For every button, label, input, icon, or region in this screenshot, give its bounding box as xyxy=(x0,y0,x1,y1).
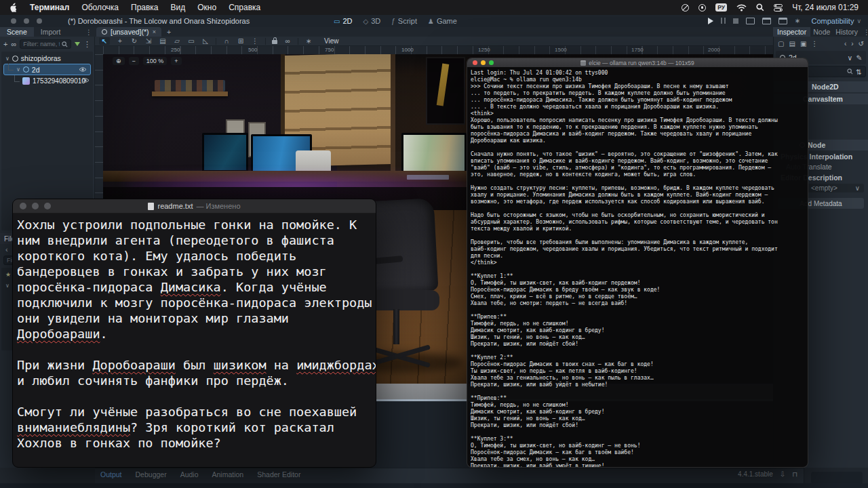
status-record-icon[interactable] xyxy=(698,4,706,12)
close-icon[interactable]: × xyxy=(153,28,156,35)
edit-node-icon[interactable]: ✎ xyxy=(856,54,862,62)
scene-tab-unsaved[interactable]: [unsaved](*) × xyxy=(96,27,161,37)
view-menu[interactable]: View xyxy=(324,37,339,45)
add-node-button[interactable]: + xyxy=(3,40,7,48)
remote-debug-icon[interactable] xyxy=(746,18,755,24)
list-select-button[interactable]: ▤ xyxy=(159,37,167,45)
tree-row-root[interactable]: ∨ shizopidoras xyxy=(1,53,93,64)
pivot-tool-button[interactable]: ▱ xyxy=(173,37,181,45)
save-resource-icon[interactable]: ▣ xyxy=(800,40,806,47)
lock-icon[interactable] xyxy=(272,40,277,44)
readme-title-bar[interactable]: readme.txt — Изменено xyxy=(13,199,376,214)
select-tool-button[interactable]: ↖ xyxy=(99,37,110,45)
control-center-icon[interactable] xyxy=(774,4,783,12)
tab-2d[interactable]: ▭2D xyxy=(334,17,353,25)
movie-maker-icon[interactable] xyxy=(778,18,787,24)
history-forward-icon[interactable]: › xyxy=(851,40,853,47)
menu-shell[interactable]: Оболочка xyxy=(81,3,119,12)
movie-writer-icon[interactable] xyxy=(762,18,771,24)
tree-row-sprite[interactable]: 17532940809010 xyxy=(1,75,93,86)
smart-snap-button[interactable]: ∩ xyxy=(222,37,231,45)
terminal-content-area[interactable]: Last login: Thu Jul 24 01:00:42 on ttys0… xyxy=(467,70,808,468)
ruler-tool-button[interactable]: ◺ xyxy=(201,37,210,45)
history-back-icon[interactable]: ‹ xyxy=(844,40,846,47)
spotlight-search-icon[interactable] xyxy=(756,3,764,12)
new-resource-icon[interactable]: ▢ xyxy=(778,40,784,47)
tab-scene[interactable]: Scene xyxy=(0,27,34,37)
pan-tool-button[interactable]: ▭ xyxy=(187,37,195,45)
terminal-text[interactable]: Last login: Thu Jul 24 01:00:42 on ttys0… xyxy=(471,70,808,468)
expand-panel-icon[interactable]: ⇩ xyxy=(780,470,785,478)
menu-window[interactable]: Окно xyxy=(197,3,216,12)
tab-shader-editor[interactable]: Shader Editor xyxy=(257,470,300,479)
macos-menu-bar: Терминал Оболочка Правка Вид Окно Справк… xyxy=(0,0,868,15)
tab-node[interactable]: Node xyxy=(810,27,833,37)
ruler-mark: 250 xyxy=(171,47,180,53)
eye-icon[interactable] xyxy=(81,77,90,83)
snap-options-icon[interactable]: ⋮ xyxy=(251,37,259,45)
rotate-tool-button[interactable]: ↻ xyxy=(130,37,138,45)
tab-debugger[interactable]: Debugger xyxy=(136,470,167,479)
tab-game[interactable]: ♟Game xyxy=(428,17,457,25)
load-resource-icon[interactable]: ▤ xyxy=(789,40,795,47)
scene-dock-menu-icon[interactable]: ⋮ xyxy=(83,40,91,49)
input-source-badge[interactable]: РУ xyxy=(715,3,727,12)
window-bottom-edge xyxy=(0,483,868,488)
add-scene-tab-button[interactable]: + xyxy=(161,27,176,37)
tab-audio[interactable]: Audio xyxy=(180,470,199,479)
tab-3d[interactable]: ◇3D xyxy=(363,17,381,25)
scale-tool-button[interactable]: ⇲ xyxy=(144,37,153,45)
collapse-icon[interactable]: ∨ xyxy=(16,66,20,73)
inspector-dock-tabs: Inspector Node History ⋮ xyxy=(773,27,868,37)
pin-panel-icon[interactable]: ⊓ xyxy=(792,470,797,478)
history-icon[interactable]: ↺ xyxy=(859,40,864,47)
resource-menu-icon[interactable]: ⋮ xyxy=(811,40,818,47)
play-button[interactable] xyxy=(708,18,713,24)
filter-funnel-icon[interactable] xyxy=(75,42,80,46)
godot-window-controls[interactable] xyxy=(11,18,42,24)
dock-menu-icon[interactable]: ⋮ xyxy=(83,27,95,37)
tab-output[interactable]: Output xyxy=(100,470,122,479)
nav-back-icon[interactable]: ‹ xyxy=(5,245,8,253)
menu-view[interactable]: Вид xyxy=(171,3,186,12)
dock-menu-icon[interactable]: ⋮ xyxy=(861,27,868,37)
readme-text-area[interactable]: Хохлы устроили подпольные гонки на помой… xyxy=(13,214,376,451)
collapse-icon[interactable]: ∨ xyxy=(5,56,9,62)
stop-button[interactable] xyxy=(733,18,738,24)
inspector-toolbar: ▢ ▤ ▣ ⋮ ‹ › ↺ xyxy=(774,37,868,50)
wifi-icon[interactable] xyxy=(736,4,747,12)
renderer-dropdown[interactable]: Compatibility∨ xyxy=(811,17,861,25)
eye-icon[interactable] xyxy=(79,66,87,73)
apple-logo-icon[interactable] xyxy=(9,3,18,12)
group-icon[interactable]: ∞ xyxy=(283,37,292,45)
instance-scene-icon[interactable]: ∞ xyxy=(11,40,16,48)
tab-inspector[interactable]: Inspector xyxy=(773,27,810,37)
terminal-window-controls[interactable] xyxy=(473,60,494,65)
tab-animation[interactable]: Animation xyxy=(212,470,244,479)
scene-filter-input[interactable]: Filter: name, t:t xyxy=(20,39,71,49)
menubar-clock[interactable]: Чт, 24 июля 01:29 xyxy=(792,3,859,12)
tab-script[interactable]: ƒScript xyxy=(391,17,417,25)
readme-text[interactable]: Хохлы устроили подпольные гонки на помой… xyxy=(17,217,376,451)
main-screen-switcher: ▭2D ◇3D ƒScript ♟Game xyxy=(334,16,457,26)
pause-button[interactable] xyxy=(721,18,726,24)
tree-row-2d[interactable]: ∨ 2d xyxy=(3,64,91,75)
tab-history[interactable]: History xyxy=(833,27,861,37)
zoom-out-button[interactable]: − xyxy=(129,57,139,65)
sort-icon[interactable]: ⇅ xyxy=(856,68,862,76)
menu-help[interactable]: Справка xyxy=(229,3,260,12)
run-settings-icon[interactable]: ∗ xyxy=(795,17,800,24)
status-dnd-icon[interactable] xyxy=(682,4,689,12)
skeleton-options-icon[interactable]: ∗ xyxy=(304,37,313,45)
move-tool-button[interactable]: + xyxy=(116,37,124,45)
readme-window-controls[interactable] xyxy=(20,203,51,209)
tab-import[interactable]: Import xyxy=(34,27,68,37)
empty-value-dropdown[interactable]: <empty> ∨ xyxy=(807,184,864,192)
center-view-button[interactable]: ⊕ xyxy=(113,57,125,65)
zoom-in-button[interactable]: + xyxy=(171,57,181,65)
menu-edit[interactable]: Правка xyxy=(131,3,159,12)
zoom-level-button[interactable]: 100 % xyxy=(143,57,167,65)
grid-snap-button[interactable]: ⊞ xyxy=(237,37,245,45)
menu-terminal[interactable]: Терминал xyxy=(30,3,69,12)
terminal-title-bar[interactable]: elcie — ollama run qwen3:14b — 101x59 xyxy=(467,58,808,68)
